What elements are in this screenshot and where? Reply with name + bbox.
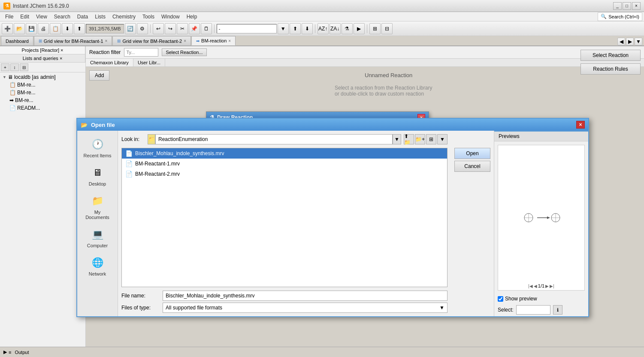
file-nav-computer[interactable]: 💻 Computer (80, 224, 115, 251)
paste-btn[interactable]: 📌 (189, 23, 200, 34)
look-in-view-dropdown[interactable]: ▼ (437, 134, 447, 144)
sort-za[interactable]: ZA↓ (330, 23, 341, 34)
preview-last-btn[interactable]: ▶| (550, 284, 554, 288)
menu-chemistry[interactable]: Chemistry (109, 13, 139, 21)
menu-tools[interactable]: Tools (139, 13, 158, 21)
left-tab-lists[interactable]: Lists and queries × (0, 54, 85, 62)
file-list[interactable]: 📄 Bischler_Mohlau_indole_synthesis.mrv 📄… (121, 148, 447, 287)
copy-btn[interactable]: 📋 (50, 23, 61, 34)
left-panel-tab-bar2: Lists and queries × (0, 54, 85, 63)
print-btn[interactable]: 🖨 (38, 23, 49, 34)
tab-nav-left[interactable]: ◀ (617, 38, 625, 45)
menu-window[interactable]: Window (158, 13, 183, 21)
preview-prev-btn[interactable]: ◀ (534, 284, 537, 288)
menu-edit[interactable]: Edit (17, 13, 33, 21)
select-reaction-inner-btn[interactable]: Select Reaction... (162, 48, 206, 56)
select-input[interactable] (516, 305, 550, 315)
file-item-1[interactable]: 📄 BM-Reactant-1.mrv (122, 159, 447, 169)
settings-btn[interactable]: ⚙ (137, 23, 148, 34)
chemaxon-library-tab[interactable]: Chemaxon Library (86, 59, 133, 66)
search-bar[interactable]: 🔍 Search (Ctrl+I) (598, 12, 642, 21)
nav-dropdown[interactable]: ▼ (278, 23, 289, 34)
left-add-btn[interactable]: + (1, 63, 9, 71)
tree-children: 📋 BM-re... 📋 BM-re... ➡ BM-re... 📄 READM… (1, 81, 85, 112)
reaction-filter-input[interactable] (124, 48, 158, 57)
look-in-arrow[interactable]: ▼ (393, 134, 401, 144)
save-btn[interactable]: 💾 (26, 23, 37, 34)
nav-next[interactable]: ⬇ (302, 23, 313, 34)
file-nav-desktop[interactable]: 🖥 Desktop (80, 162, 115, 189)
close-btn[interactable]: × (632, 2, 641, 10)
file-nav-recent[interactable]: 🕐 Recent Items (80, 134, 115, 161)
filter-btn[interactable]: ⚗ (342, 23, 353, 34)
new-btn[interactable]: ➕ (2, 23, 13, 34)
file-item-2[interactable]: 📄 BM-Reactant-2.mrv (122, 169, 447, 179)
tree-bm3[interactable]: ➡ BM-re... (8, 96, 85, 104)
refresh-btn[interactable]: 🔄 (125, 23, 136, 34)
menu-data[interactable]: Data (74, 13, 91, 21)
tab-grid-reactant2[interactable]: ⊞ Grid view for BM-Reactant-2 × (112, 36, 191, 45)
tab-close-r2[interactable]: × (184, 39, 186, 43)
tab-nav-right[interactable]: ▶ (626, 38, 634, 45)
file-nav-documents[interactable]: 📁 My Documents (80, 191, 115, 222)
left-panel: Projects [Reactor] × Lists and queries ×… (0, 46, 86, 347)
tree-root[interactable]: ▼ 🖥 localdb [as admin] (1, 73, 85, 81)
tree-bm1[interactable]: 📋 BM-re... (8, 81, 85, 89)
look-in-up-btn[interactable]: ⬆📁 (404, 134, 414, 144)
file-dialog-actions: Open Cancel (451, 131, 494, 316)
minimize-btn[interactable]: _ (613, 2, 622, 10)
cut-btn[interactable]: ✂ (177, 23, 188, 34)
search-placeholder: Search (Ctrl+I) (608, 14, 639, 19)
tab-close-bm[interactable]: × (228, 39, 231, 43)
window-controls[interactable]: _ □ × (613, 2, 641, 10)
add-btn[interactable]: Add (89, 70, 109, 81)
left-tab-projects[interactable]: Projects [Reactor] × (0, 46, 85, 54)
open-btn[interactable]: 📂 (14, 23, 25, 34)
file-item-0[interactable]: 📄 Bischler_Mohlau_indole_synthesis.mrv (122, 148, 447, 159)
menu-file[interactable]: File (2, 13, 17, 21)
tab-dashboard[interactable]: Dashboard (1, 36, 33, 45)
redo-btn[interactable]: ↪ (165, 23, 176, 34)
file-name-input[interactable] (163, 291, 447, 301)
tree-bm2[interactable]: 📋 BM-re... (8, 89, 85, 96)
tab-close-r1[interactable]: × (105, 39, 108, 43)
look-in-dropdown[interactable]: ReactionEnumeration (155, 134, 393, 144)
tab-bm-reaction[interactable]: ➡ BM-reaction × (191, 36, 236, 45)
preview-next-btn[interactable]: ▶ (545, 284, 549, 288)
action-btn[interactable]: ▶ (354, 23, 365, 34)
undo-btn[interactable]: ↩ (153, 23, 164, 34)
list-btn[interactable]: ⊟ (381, 23, 393, 34)
preview-first-btn[interactable]: |◀ (528, 284, 533, 288)
look-in-view-btn[interactable]: ⊞ (426, 134, 436, 144)
cancel-file-btn[interactable]: Cancel (454, 161, 490, 172)
import-btn[interactable]: ⬇ (62, 23, 73, 34)
menu-help[interactable]: Help (183, 13, 201, 21)
maximize-btn[interactable]: □ (623, 2, 631, 10)
nav-prev[interactable]: ⬆ (290, 23, 301, 34)
nav-input[interactable]: - (217, 24, 277, 33)
select-reaction-btn[interactable]: Select Reaction (581, 50, 641, 61)
look-in-new-folder-btn[interactable]: 📁+ (415, 134, 425, 144)
menu-lists[interactable]: Lists (91, 13, 109, 21)
reaction-rules-btn[interactable]: Reaction Rules (581, 63, 641, 75)
menu-bar: File Edit View Search Data Lists Chemist… (0, 12, 644, 21)
file-type-dropdown[interactable]: All supported file formats ▼ (163, 303, 447, 313)
recent-items-icon: 🕐 (90, 137, 105, 152)
file-nav-network[interactable]: 🌐 Network (80, 252, 115, 279)
user-library-tab[interactable]: User Libr... (133, 59, 165, 66)
left-filter-btn[interactable]: ⊟ (20, 63, 28, 71)
menu-search[interactable]: Search (51, 13, 74, 21)
open-file-btn[interactable]: Open (454, 148, 490, 159)
show-preview-checkbox[interactable] (498, 296, 503, 302)
select-info-btn[interactable]: ℹ (553, 305, 562, 315)
sort-az[interactable]: AZ↑ (317, 23, 329, 34)
tab-nav-menu[interactable]: ▼ (635, 38, 642, 45)
open-file-close-btn[interactable]: × (576, 121, 585, 129)
copy2-btn[interactable]: 🗒 (201, 23, 212, 34)
export-btn[interactable]: ⬆ (74, 23, 85, 34)
grid-btn[interactable]: ⊞ (369, 23, 381, 34)
tree-readme[interactable]: 📄 READM... (8, 104, 85, 112)
menu-view[interactable]: View (33, 13, 51, 21)
tab-grid-reactant1[interactable]: ⊞ Grid view for BM-Reactant-1 × (34, 36, 112, 45)
left-sort-btn[interactable]: ↕ (10, 63, 19, 71)
